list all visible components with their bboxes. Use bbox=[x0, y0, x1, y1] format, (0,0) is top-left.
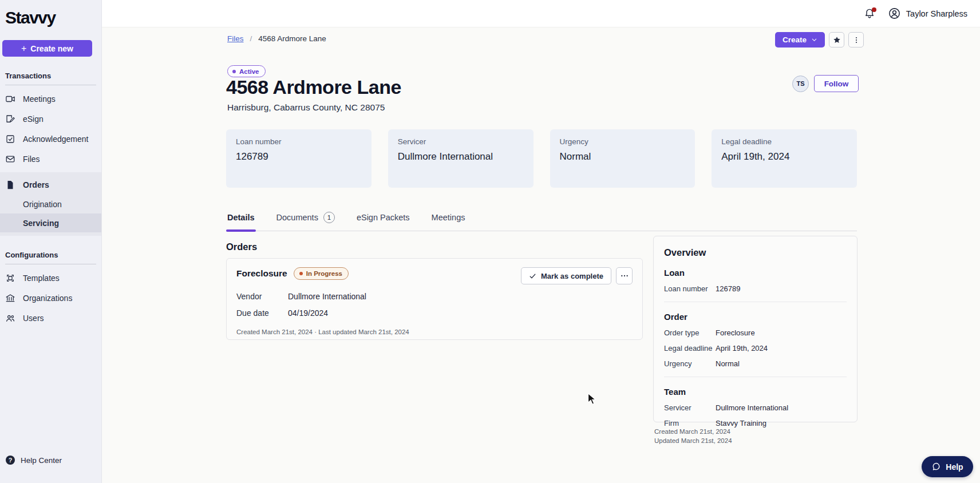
card-label: Legal deadline bbox=[721, 137, 847, 146]
main-content: Files / 4568 Ardmore Lane Create Active … bbox=[102, 27, 980, 483]
bank-icon bbox=[5, 293, 15, 303]
sidebar-item-acknowledgement[interactable]: Acknowledgement bbox=[0, 129, 101, 149]
favorite-button[interactable] bbox=[829, 32, 844, 47]
help-button[interactable]: Help bbox=[922, 456, 973, 477]
overview-row: Servicer Dullmore International bbox=[664, 403, 847, 412]
card-value: April 19th, 2024 bbox=[721, 151, 847, 163]
field-label: Due date bbox=[236, 308, 288, 318]
overview-updated-text: Updated March 21st, 2024 bbox=[654, 437, 732, 444]
ellipsis-icon bbox=[620, 271, 629, 280]
sidebar-item-users[interactable]: Users bbox=[0, 308, 101, 328]
order-card-header: Foreclosure In Progress Mark as complete bbox=[236, 267, 633, 284]
servicer-card: Servicer Dullmore International bbox=[388, 129, 534, 188]
tab-label: Documents bbox=[276, 213, 318, 222]
summary-cards-row: Loan number 126789 Servicer Dullmore Int… bbox=[226, 129, 857, 188]
tab-documents[interactable]: Documents 1 bbox=[275, 209, 336, 231]
order-actions: Mark as complete bbox=[521, 267, 633, 284]
create-dropdown-button[interactable]: Create bbox=[775, 32, 825, 47]
card-label: Servicer bbox=[398, 137, 524, 146]
file-icon bbox=[5, 180, 15, 190]
sidebar-item-esign[interactable]: eSign bbox=[0, 109, 101, 129]
avatar[interactable]: TS bbox=[792, 76, 809, 92]
tab-label: Meetings bbox=[432, 213, 465, 222]
chat-bubble-icon bbox=[931, 462, 941, 472]
stavvy-logo: Stavvy bbox=[5, 8, 101, 27]
chevron-down-icon bbox=[811, 37, 817, 43]
user-menu[interactable]: Taylor Sharpless bbox=[888, 7, 967, 20]
sidebar-item-servicing[interactable]: Servicing bbox=[0, 213, 101, 232]
overview-order-title: Order bbox=[664, 312, 847, 322]
order-title-wrap: Foreclosure In Progress bbox=[236, 267, 349, 280]
app-window: Stavvy + Create new Transactions Meeting… bbox=[0, 0, 980, 483]
user-circle-icon bbox=[888, 7, 901, 20]
field-label: Order type bbox=[664, 328, 716, 337]
template-frame-icon bbox=[5, 273, 15, 283]
sidebar-item-organizations[interactable]: Organizations bbox=[0, 288, 101, 308]
question-mark-icon: ? bbox=[6, 456, 15, 465]
follow-button[interactable]: Follow bbox=[814, 75, 859, 92]
order-title: Foreclosure bbox=[236, 268, 287, 279]
sidebar-item-templates[interactable]: Templates bbox=[0, 268, 101, 288]
sidebar-item-meetings[interactable]: Meetings bbox=[0, 89, 101, 109]
mark-as-complete-button[interactable]: Mark as complete bbox=[521, 267, 611, 284]
breadcrumb-files-link[interactable]: Files bbox=[227, 34, 244, 43]
order-status-badge: In Progress bbox=[294, 267, 349, 280]
mark-complete-label: Mark as complete bbox=[541, 272, 603, 280]
star-icon bbox=[832, 35, 841, 45]
tab-esign-packets[interactable]: eSign Packets bbox=[355, 209, 411, 231]
breadcrumb-separator: / bbox=[250, 34, 252, 43]
tab-meetings[interactable]: Meetings bbox=[430, 209, 467, 231]
card-value: Dullmore International bbox=[398, 151, 524, 163]
sidebar-item-label: Origination bbox=[23, 200, 62, 209]
order-card: Foreclosure In Progress Mark as complete bbox=[226, 258, 643, 340]
order-more-options-button[interactable] bbox=[616, 267, 633, 284]
plus-icon: + bbox=[21, 44, 26, 53]
overview-team-title: Team bbox=[664, 387, 847, 397]
sidebar-item-label: Templates bbox=[23, 274, 60, 283]
loan-number-card: Loan number 126789 bbox=[226, 129, 372, 188]
sidebar-item-label: Servicing bbox=[23, 219, 59, 228]
sidebar-item-files[interactable]: Files bbox=[0, 149, 101, 169]
esign-icon bbox=[5, 114, 15, 124]
tab-details[interactable]: Details bbox=[226, 209, 256, 231]
checkbox-check-icon bbox=[5, 134, 15, 144]
overview-row: Firm Stavvy Training bbox=[664, 419, 847, 427]
sidebar-item-label: Orders bbox=[23, 180, 49, 189]
overview-created-text: Created March 21st, 2024 bbox=[654, 428, 730, 435]
overview-row: Order type Foreclosure bbox=[664, 328, 847, 337]
field-value: Normal bbox=[716, 359, 740, 368]
sidebar-item-label: Meetings bbox=[23, 94, 56, 104]
field-value: Foreclosure bbox=[716, 328, 755, 337]
field-label: Legal deadline bbox=[664, 344, 716, 353]
card-value: 126789 bbox=[236, 151, 362, 163]
envelope-icon bbox=[5, 154, 15, 164]
overview-panel: Overview Loan Loan number 126789 Order O… bbox=[653, 236, 858, 422]
help-label: Help bbox=[946, 462, 963, 472]
topbar: Taylor Sharpless bbox=[102, 0, 980, 27]
page-title: 4568 Ardmore Lane bbox=[226, 76, 401, 98]
sidebar-item-orders[interactable]: Orders bbox=[0, 175, 101, 195]
transactions-nav: Meetings eSign Acknowledgement Files bbox=[0, 89, 101, 169]
orders-nav-group: Orders Origination Servicing bbox=[0, 172, 101, 236]
urgency-card: Urgency Normal bbox=[550, 129, 696, 188]
follow-row: TS Follow bbox=[792, 75, 859, 92]
divider bbox=[664, 377, 847, 377]
notifications-button[interactable] bbox=[864, 7, 876, 20]
field-label: Loan number bbox=[664, 284, 716, 293]
kebab-menu-icon bbox=[852, 35, 861, 45]
tab-label: Details bbox=[227, 213, 255, 222]
field-value: Dullmore International bbox=[716, 403, 788, 412]
transactions-section-header: Transactions bbox=[5, 72, 96, 85]
field-value: 04/19/2024 bbox=[288, 308, 328, 318]
help-center-label: Help Center bbox=[21, 456, 62, 465]
help-center-link[interactable]: ? Help Center bbox=[0, 456, 62, 465]
more-options-button[interactable] bbox=[848, 32, 864, 47]
create-new-button[interactable]: + Create new bbox=[2, 40, 92, 57]
tab-bar: Details Documents 1 eSign Packets Meetin… bbox=[226, 209, 857, 231]
users-group-icon bbox=[5, 313, 15, 323]
configurations-section-header: Configurations bbox=[5, 251, 96, 264]
status-dot-icon bbox=[232, 70, 236, 73]
tab-label: eSign Packets bbox=[357, 213, 410, 222]
field-value: Stavvy Training bbox=[716, 419, 766, 427]
sidebar-item-origination[interactable]: Origination bbox=[0, 195, 101, 213]
